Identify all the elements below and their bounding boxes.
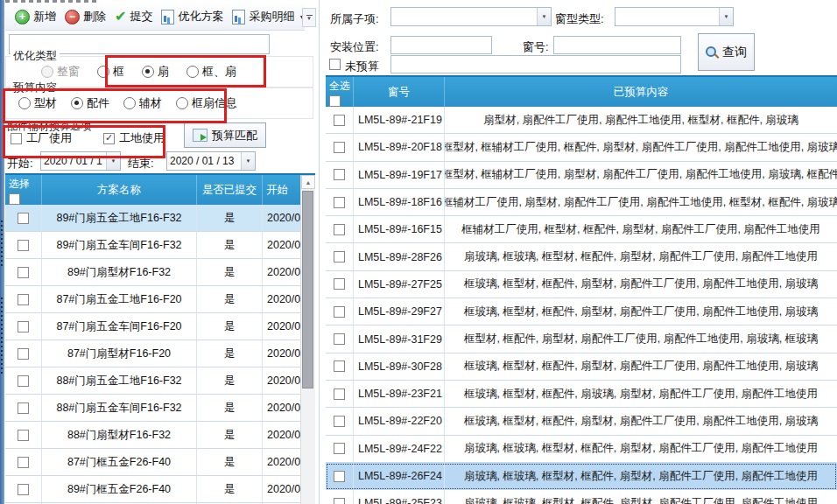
scrollbar-thumb[interactable] xyxy=(302,191,313,388)
table-row[interactable]: LM5L-89#-25F23扇玻璃, 框玻璃, 框型材, 框配件, 扇型材, 扇… xyxy=(326,490,837,504)
row-checkbox[interactable] xyxy=(18,430,29,441)
row-checkbox[interactable] xyxy=(334,388,345,400)
row-checkbox[interactable] xyxy=(334,443,345,454)
row-checkbox[interactable] xyxy=(18,348,29,360)
install-position-input[interactable] xyxy=(390,36,492,54)
row-checkbox[interactable] xyxy=(334,169,345,180)
radio-option[interactable]: 型材 xyxy=(18,95,57,111)
table-row[interactable]: 88#门扇五金车间F16-F32是2020/0 xyxy=(5,395,301,422)
chevron-down-icon[interactable] xyxy=(106,152,120,170)
radio-option[interactable]: 配件 xyxy=(71,95,109,111)
budget-match-button[interactable]: 预算匹配 xyxy=(184,122,266,148)
checkbox-option[interactable]: 工厂使用 xyxy=(11,130,72,146)
radio-icon[interactable] xyxy=(71,97,83,109)
row-checkbox[interactable] xyxy=(18,375,29,387)
window-type-dropdown[interactable] xyxy=(615,7,734,26)
toolbar-overflow-button[interactable]: ▼ xyxy=(302,8,316,27)
chevron-down-icon[interactable] xyxy=(719,8,733,25)
checkbox-icon[interactable] xyxy=(103,133,115,144)
row-checkbox[interactable] xyxy=(18,321,29,332)
no-budget-checkbox[interactable] xyxy=(329,59,341,70)
table-row[interactable]: LM5L-89#-29F27框玻璃, 框型材, 框配件, 扇型材, 扇配件工厂使… xyxy=(326,298,837,326)
row-checkbox[interactable] xyxy=(334,142,345,153)
row-checkbox[interactable] xyxy=(334,115,345,126)
table-row[interactable]: 87#门扇五金工地F16-F20是2020/0 xyxy=(5,286,301,313)
chevron-down-icon[interactable] xyxy=(241,152,255,170)
row-checkbox[interactable] xyxy=(334,416,345,427)
toolbar-button[interactable]: ✔提交 xyxy=(111,7,156,26)
radio-icon[interactable] xyxy=(97,66,109,78)
table-row[interactable]: LM5L-89#-22F20框玻璃, 框型材, 框配件, 扇型材, 扇配件工厂使… xyxy=(326,408,837,435)
row-checkbox[interactable] xyxy=(334,251,345,262)
table-row[interactable]: 89#门扇型材F16-F32是2020/0 xyxy=(5,259,301,286)
table-row[interactable]: LM5L-89#-16F15框辅材工厂使用, 框型材, 框配件, 扇型材, 扇配… xyxy=(326,216,837,243)
radio-option[interactable]: 整窗 xyxy=(41,64,80,80)
end-date-picker[interactable]: 2020 / 01 / 13 xyxy=(166,151,256,171)
toolbar-button[interactable]: 优化方案 xyxy=(158,7,227,26)
table-row[interactable]: LM5L-89#-20F18框型材, 框辅材工厂使用, 框配件, 扇型材, 扇配… xyxy=(326,134,837,161)
submitted-cell: 是 xyxy=(197,286,263,312)
radio-option[interactable]: 扇 xyxy=(142,64,169,80)
toolbar-button[interactable]: 采购明细▼ xyxy=(229,7,308,26)
row-checkbox[interactable] xyxy=(18,240,29,251)
radio-icon[interactable] xyxy=(123,97,136,109)
radio-icon[interactable] xyxy=(142,66,154,78)
row-checkbox[interactable] xyxy=(334,333,345,345)
radio-option[interactable]: 框扇信息 xyxy=(176,95,237,111)
row-checkbox[interactable] xyxy=(18,267,29,278)
table-row[interactable]: 88#门扇型材F16-F32是2020/0 xyxy=(5,422,301,449)
table-row[interactable]: LM5L-89#-27F25框玻璃, 框型材, 框配件, 扇型材, 扇配件工厂使… xyxy=(326,271,837,298)
row-checkbox[interactable] xyxy=(18,294,29,305)
plan-table-scrollbar[interactable]: ▲ xyxy=(300,175,315,504)
radio-option[interactable]: 框 xyxy=(97,64,124,80)
row-checkbox[interactable] xyxy=(334,360,345,372)
row-checkbox[interactable] xyxy=(334,224,345,235)
row-checkbox[interactable] xyxy=(18,402,29,414)
row-select-cell xyxy=(326,107,354,133)
radio-option[interactable]: 框、扇 xyxy=(186,64,236,80)
table-row[interactable]: LM5L-89#-31F29框型材, 框配件, 扇型材, 扇配件工厂使用, 扇配… xyxy=(326,326,837,353)
checkbox-option[interactable]: 工地使用 xyxy=(103,130,165,146)
start-date-picker[interactable]: 2020 / 01 / 1 xyxy=(40,151,121,171)
table-row[interactable]: LM5L-89#-24F22扇玻璃, 框玻璃, 框型材, 框配件, 扇型材, 扇… xyxy=(326,436,837,463)
table-row[interactable]: 88#门扇五金工地F16-F32是2020/0 xyxy=(5,368,301,395)
table-row[interactable]: 89#门扇五金工地F16-F32是2020/0 xyxy=(5,205,301,232)
table-row[interactable]: LM5L-89#-18F16框辅材工厂使用, 扇型材, 扇配件工厂使用, 扇配件… xyxy=(326,189,837,216)
row-checkbox[interactable] xyxy=(18,457,29,468)
no-budget-input[interactable] xyxy=(390,55,681,74)
table-row[interactable]: LM5L-89#-21F19扇型材, 扇配件工厂使用, 扇配件工地使用, 框型材… xyxy=(326,107,837,134)
sub-item-dropdown[interactable] xyxy=(390,7,552,26)
table-row[interactable]: LM5L-89#-19F17框型材, 框辅材工厂使用, 扇型材, 扇配件工厂使用… xyxy=(326,162,837,189)
row-checkbox[interactable] xyxy=(334,306,345,318)
toolbar-button[interactable]: −删除 xyxy=(61,7,109,26)
table-row[interactable]: 87#门框五金F26-F40是2020/0 xyxy=(5,449,301,476)
table-row[interactable]: LM5L-89#-30F28框玻璃, 框型材, 框配件, 扇型材, 扇配件工厂使… xyxy=(326,354,837,381)
row-checkbox[interactable] xyxy=(334,197,345,208)
query-button[interactable]: 查询 xyxy=(698,33,755,71)
table-row[interactable]: 89#门框五金F26-F40是2020/0 xyxy=(5,476,301,503)
row-checkbox[interactable] xyxy=(334,498,345,504)
row-select-cell xyxy=(5,449,42,475)
table-row[interactable]: 87#门扇五金车间F16-F20是2020/0 xyxy=(5,313,301,340)
select-all-checkbox[interactable] xyxy=(9,193,20,205)
select-all-checkbox[interactable] xyxy=(329,95,341,107)
radio-icon[interactable] xyxy=(18,97,31,109)
row-checkbox[interactable] xyxy=(18,213,29,224)
scroll-up-icon[interactable]: ▲ xyxy=(301,175,315,189)
row-checkbox[interactable] xyxy=(334,471,345,482)
toolbar-button[interactable]: +新增 xyxy=(11,7,60,26)
radio-icon[interactable] xyxy=(186,66,199,78)
table-row[interactable]: LM5L-89#-28F26扇玻璃, 框玻璃, 框型材, 框配件, 扇型材, 扇… xyxy=(326,243,837,270)
table-row[interactable]: LM5L-89#-26F24扇玻璃, 框玻璃, 框型材, 框配件, 扇型材, 扇… xyxy=(326,463,837,490)
row-checkbox[interactable] xyxy=(18,484,29,495)
table-row[interactable]: 87#门扇型材F16-F20是2020/0 xyxy=(5,340,301,368)
radio-icon[interactable] xyxy=(176,97,188,109)
checkbox-icon[interactable] xyxy=(11,133,22,144)
window-left-splitter[interactable] xyxy=(0,0,4,504)
table-row[interactable]: 89#门扇五金车间F16-F32是2020/0 xyxy=(5,232,301,259)
radio-option[interactable]: 辅材 xyxy=(123,95,162,111)
chevron-down-icon[interactable] xyxy=(537,8,551,25)
window-no-input[interactable] xyxy=(553,36,681,54)
table-row[interactable]: LM5L-89#-23F21框玻璃, 框型材, 框配件, 扇玻璃, 扇型材, 扇… xyxy=(326,381,837,408)
row-checkbox[interactable] xyxy=(334,278,345,290)
